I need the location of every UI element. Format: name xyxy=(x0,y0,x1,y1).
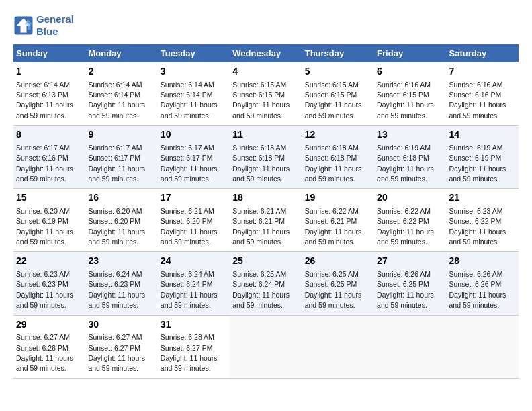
day-number: 30 xyxy=(88,318,154,332)
day-number: 14 xyxy=(449,128,516,142)
day-number: 15 xyxy=(16,191,83,205)
page-header: General Blue xyxy=(13,13,519,38)
day-number: 29 xyxy=(16,318,83,332)
cell-info: Sunrise: 6:23 AMSunset: 6:23 PMDaylight:… xyxy=(16,270,73,309)
calendar-cell: 29 Sunrise: 6:27 AMSunset: 6:26 PMDaylig… xyxy=(13,315,85,378)
calendar-cell: 8 Sunrise: 6:17 AMSunset: 6:16 PMDayligh… xyxy=(13,126,85,189)
cell-info: Sunrise: 6:17 AMSunset: 6:17 PMDaylight:… xyxy=(161,144,218,183)
header-row: SundayMondayTuesdayWednesdayThursdayFrid… xyxy=(13,44,519,62)
day-number: 23 xyxy=(88,255,154,268)
day-number: 17 xyxy=(161,191,227,205)
calendar-cell xyxy=(302,315,374,378)
day-number: 4 xyxy=(232,65,299,79)
day-number: 27 xyxy=(377,255,443,268)
cell-info: Sunrise: 6:26 AMSunset: 6:25 PMDaylight:… xyxy=(377,270,434,309)
calendar-cell: 19 Sunrise: 6:22 AMSunset: 6:21 PMDaylig… xyxy=(302,189,374,252)
day-number: 3 xyxy=(161,65,227,79)
cell-info: Sunrise: 6:28 AMSunset: 6:27 PMDaylight:… xyxy=(161,333,218,372)
cell-info: Sunrise: 6:15 AMSunset: 6:15 PMDaylight:… xyxy=(232,81,290,120)
calendar-week-3: 15 Sunrise: 6:20 AMSunset: 6:19 PMDaylig… xyxy=(13,189,519,252)
cell-info: Sunrise: 6:16 AMSunset: 6:16 PMDaylight:… xyxy=(449,81,506,120)
day-number: 25 xyxy=(232,255,299,268)
logo-text: General Blue xyxy=(36,13,74,38)
cell-info: Sunrise: 6:27 AMSunset: 6:27 PMDaylight:… xyxy=(88,333,145,372)
calendar-cell: 5 Sunrise: 6:15 AMSunset: 6:15 PMDayligh… xyxy=(302,62,374,126)
cell-info: Sunrise: 6:17 AMSunset: 6:16 PMDaylight:… xyxy=(16,144,73,183)
day-number: 22 xyxy=(16,255,83,268)
cell-info: Sunrise: 6:22 AMSunset: 6:21 PMDaylight:… xyxy=(305,207,362,246)
cell-info: Sunrise: 6:19 AMSunset: 6:18 PMDaylight:… xyxy=(377,144,434,183)
day-header-tuesday: Tuesday xyxy=(158,44,230,62)
calendar-cell: 10 Sunrise: 6:17 AMSunset: 6:17 PMDaylig… xyxy=(158,126,230,189)
cell-info: Sunrise: 6:18 AMSunset: 6:18 PMDaylight:… xyxy=(232,144,290,183)
calendar-cell: 20 Sunrise: 6:22 AMSunset: 6:22 PMDaylig… xyxy=(374,189,446,252)
day-number: 28 xyxy=(449,255,516,268)
cell-info: Sunrise: 6:16 AMSunset: 6:15 PMDaylight:… xyxy=(377,81,434,120)
day-number: 2 xyxy=(88,65,154,79)
cell-info: Sunrise: 6:26 AMSunset: 6:26 PMDaylight:… xyxy=(449,270,506,309)
day-number: 26 xyxy=(305,255,371,268)
calendar-week-4: 22 Sunrise: 6:23 AMSunset: 6:23 PMDaylig… xyxy=(13,252,519,315)
cell-info: Sunrise: 6:21 AMSunset: 6:21 PMDaylight:… xyxy=(232,207,290,246)
calendar-cell: 14 Sunrise: 6:19 AMSunset: 6:19 PMDaylig… xyxy=(447,126,519,189)
day-number: 20 xyxy=(377,191,443,205)
day-number: 13 xyxy=(377,128,443,142)
day-number: 21 xyxy=(449,191,516,205)
calendar-cell: 4 Sunrise: 6:15 AMSunset: 6:15 PMDayligh… xyxy=(230,62,302,126)
calendar-cell: 13 Sunrise: 6:19 AMSunset: 6:18 PMDaylig… xyxy=(374,126,446,189)
calendar-cell: 23 Sunrise: 6:24 AMSunset: 6:23 PMDaylig… xyxy=(85,252,157,315)
calendar-week-2: 8 Sunrise: 6:17 AMSunset: 6:16 PMDayligh… xyxy=(13,126,519,189)
cell-info: Sunrise: 6:14 AMSunset: 6:14 PMDaylight:… xyxy=(161,81,218,120)
calendar-cell: 1 Sunrise: 6:14 AMSunset: 6:13 PMDayligh… xyxy=(13,62,85,126)
day-number: 1 xyxy=(16,65,83,79)
calendar-cell: 25 Sunrise: 6:25 AMSunset: 6:24 PMDaylig… xyxy=(230,252,302,315)
cell-info: Sunrise: 6:22 AMSunset: 6:22 PMDaylight:… xyxy=(377,207,434,246)
cell-info: Sunrise: 6:27 AMSunset: 6:26 PMDaylight:… xyxy=(16,333,73,372)
calendar-cell: 30 Sunrise: 6:27 AMSunset: 6:27 PMDaylig… xyxy=(85,315,157,378)
day-number: 6 xyxy=(377,65,443,79)
calendar-cell xyxy=(230,315,302,378)
logo-icon xyxy=(13,15,34,36)
calendar-cell: 7 Sunrise: 6:16 AMSunset: 6:16 PMDayligh… xyxy=(447,62,519,126)
day-header-monday: Monday xyxy=(85,44,157,62)
calendar-cell: 27 Sunrise: 6:26 AMSunset: 6:25 PMDaylig… xyxy=(374,252,446,315)
calendar-cell: 18 Sunrise: 6:21 AMSunset: 6:21 PMDaylig… xyxy=(230,189,302,252)
day-number: 19 xyxy=(305,191,371,205)
calendar-cell: 31 Sunrise: 6:28 AMSunset: 6:27 PMDaylig… xyxy=(158,315,230,378)
cell-info: Sunrise: 6:20 AMSunset: 6:20 PMDaylight:… xyxy=(88,207,145,246)
cell-info: Sunrise: 6:14 AMSunset: 6:13 PMDaylight:… xyxy=(16,81,73,120)
cell-info: Sunrise: 6:17 AMSunset: 6:17 PMDaylight:… xyxy=(88,144,145,183)
day-number: 10 xyxy=(161,128,227,142)
calendar-cell: 2 Sunrise: 6:14 AMSunset: 6:14 PMDayligh… xyxy=(85,62,157,126)
logo: General Blue xyxy=(13,13,74,38)
calendar-cell xyxy=(374,315,446,378)
day-number: 9 xyxy=(88,128,154,142)
day-number: 31 xyxy=(161,318,227,332)
calendar-week-1: 1 Sunrise: 6:14 AMSunset: 6:13 PMDayligh… xyxy=(13,62,519,126)
day-header-thursday: Thursday xyxy=(302,44,374,62)
day-number: 24 xyxy=(161,255,227,268)
cell-info: Sunrise: 6:20 AMSunset: 6:19 PMDaylight:… xyxy=(16,207,73,246)
calendar-week-5: 29 Sunrise: 6:27 AMSunset: 6:26 PMDaylig… xyxy=(13,315,519,378)
calendar-table: SundayMondayTuesdayWednesdayThursdayFrid… xyxy=(13,44,519,379)
cell-info: Sunrise: 6:14 AMSunset: 6:14 PMDaylight:… xyxy=(88,81,145,120)
day-number: 7 xyxy=(449,65,516,79)
cell-info: Sunrise: 6:21 AMSunset: 6:20 PMDaylight:… xyxy=(161,207,218,246)
cell-info: Sunrise: 6:25 AMSunset: 6:25 PMDaylight:… xyxy=(305,270,362,309)
day-number: 12 xyxy=(305,128,371,142)
calendar-cell: 6 Sunrise: 6:16 AMSunset: 6:15 PMDayligh… xyxy=(374,62,446,126)
day-header-saturday: Saturday xyxy=(447,44,519,62)
calendar-cell: 16 Sunrise: 6:20 AMSunset: 6:20 PMDaylig… xyxy=(85,189,157,252)
cell-info: Sunrise: 6:25 AMSunset: 6:24 PMDaylight:… xyxy=(232,270,290,309)
cell-info: Sunrise: 6:24 AMSunset: 6:23 PMDaylight:… xyxy=(88,270,145,309)
day-number: 18 xyxy=(232,191,299,205)
day-number: 16 xyxy=(88,191,154,205)
cell-info: Sunrise: 6:19 AMSunset: 6:19 PMDaylight:… xyxy=(449,144,506,183)
calendar-cell: 9 Sunrise: 6:17 AMSunset: 6:17 PMDayligh… xyxy=(85,126,157,189)
cell-info: Sunrise: 6:23 AMSunset: 6:22 PMDaylight:… xyxy=(449,207,506,246)
day-header-friday: Friday xyxy=(374,44,446,62)
calendar-cell: 28 Sunrise: 6:26 AMSunset: 6:26 PMDaylig… xyxy=(447,252,519,315)
day-number: 5 xyxy=(305,65,371,79)
day-header-wednesday: Wednesday xyxy=(230,44,302,62)
calendar-cell: 15 Sunrise: 6:20 AMSunset: 6:19 PMDaylig… xyxy=(13,189,85,252)
